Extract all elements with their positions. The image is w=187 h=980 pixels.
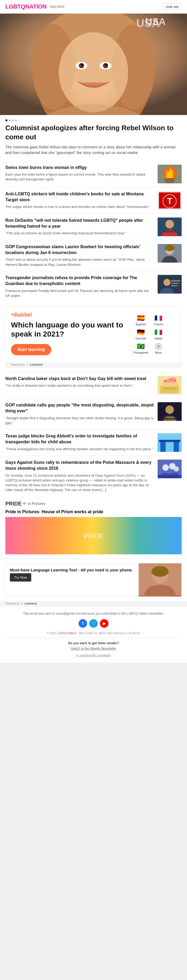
thumb-journalist-svg (158, 275, 182, 294)
article-thumb (158, 376, 182, 395)
svg-rect-30 (171, 283, 179, 284)
facebook-icon[interactable]: f (78, 619, 87, 628)
bottom-ad-cta-button[interactable]: Try Now (10, 573, 31, 582)
article-item[interactable]: Anti-LGBTQ stickers left inside children… (5, 187, 182, 214)
bottom-powered-brand: ⚡ LiveIntent (21, 602, 37, 605)
article-item[interactable]: GOP candidate calls gay people "the most… (5, 398, 182, 430)
powered-brand: ⚡ LiveIntent (26, 363, 43, 366)
babbel-ad: +Babbel Which language do you want to sp… (5, 306, 182, 368)
lang-french: 🇫🇷 French (151, 314, 166, 326)
article-desc: The vulgar sticker shows a man in a dres… (5, 204, 154, 209)
dot-2 (8, 119, 11, 121)
twitter-icon[interactable]: 🐦 (89, 619, 98, 628)
article-desc: "Straight dudes find it disgusting whene… (5, 416, 154, 425)
article-title[interactable]: Swiss town burns trans woman in effigy (5, 165, 154, 170)
svg-point-28 (163, 279, 171, 286)
pride-logo-text: PRIDE (5, 501, 22, 507)
article-item[interactable]: Texas judge blocks Greg Abbott's order t… (5, 430, 182, 456)
flag-germany: 🇩🇪 (137, 329, 145, 336)
article-title[interactable]: GOP Congresswoman slams Lauren Boebert f… (5, 244, 154, 256)
ad-powered-by: Powered by ⚡ LiveIntent (6, 362, 181, 367)
article-title[interactable]: Anti-LGBTQ stickers left inside children… (5, 191, 154, 203)
hero-dots (5, 119, 182, 121)
article-title[interactable]: Texas judge blocks Greg Abbott's order t… (5, 433, 154, 445)
lang-name-french: French (154, 323, 163, 326)
article-text: GOP Congresswoman slams Lauren Boebert f… (5, 244, 154, 267)
logo-nation: NATION (26, 3, 47, 10)
svg-rect-48 (159, 440, 180, 442)
article-title[interactable]: Ron DeSantis "will not tolerate hatred t… (5, 218, 154, 229)
article-item[interactable]: Ron DeSantis "will not tolerate hatred t… (5, 214, 182, 240)
youtube-icon[interactable]: ▶ (100, 619, 109, 628)
weekly-newsletter-link[interactable]: Switch to the Weekly Newsletter (5, 647, 182, 651)
article-title[interactable]: GOP candidate calls gay people "the most… (5, 402, 154, 414)
thumb-judge-svg (158, 433, 182, 452)
header-tagline: Daily Brief (50, 5, 64, 8)
pride-article-title[interactable]: Pride in Pictures: House of Prism works … (5, 509, 182, 514)
svg-point-8 (79, 63, 84, 68)
bottom-ad-text: Must-have Language Learning Tool - All y… (6, 563, 139, 597)
svg-point-36 (170, 379, 172, 380)
article-thumb: JARRIN JACKSON (158, 402, 182, 421)
svg-point-26 (165, 245, 174, 251)
ad-cta-button[interactable]: Start learning (11, 344, 51, 355)
ad-text-side: +Babbel Which language do you want to sp… (11, 312, 133, 355)
article-text: Ron DeSantis "will not tolerate hatred t… (5, 218, 154, 236)
ad-title: Which language do you want to speak in 2… (11, 321, 133, 339)
article-item[interactable]: North Carolina baker claps back at Don't… (5, 372, 182, 398)
article-desc: "Don't ask us about security if you're t… (5, 257, 154, 267)
article-item[interactable]: Gays Against Guns rally in remembrance o… (5, 456, 182, 496)
article-thumb (158, 165, 182, 183)
pride-in-pictures-label: in Pictures (28, 501, 45, 506)
article-item[interactable]: Swiss town burns trans woman in effigy E… (5, 161, 182, 187)
article-title[interactable]: North Carolina baker claps back at Don't… (5, 376, 154, 382)
visit-site-link[interactable]: Visit site (163, 3, 182, 10)
article-text: Anti-LGBTQ stickers left inside children… (5, 191, 154, 210)
article-item[interactable]: Transgender journalists refuse to provid… (5, 271, 182, 302)
flag-france: 🇫🇷 (154, 314, 162, 322)
article-text: GOP candidate calls gay people "the most… (5, 402, 154, 425)
svg-rect-31 (171, 285, 177, 286)
svg-rect-47 (174, 441, 179, 452)
ad-content-row: +Babbel Which language do you want to sp… (11, 312, 176, 357)
article-title[interactable]: Transgender journalists refuse to provid… (5, 275, 154, 287)
svg-rect-29 (171, 280, 180, 282)
svg-point-10 (81, 64, 83, 66)
flag-brazil: 🇧🇷 (137, 343, 145, 350)
article-desc: Freelance journalists Freddy McConnell a… (5, 288, 154, 298)
article-title[interactable]: Gays Against Guns rally in remembrance o… (5, 460, 154, 472)
header-logo-area: LGBTQNATION Daily Brief (5, 3, 64, 10)
svg-rect-38 (163, 388, 176, 390)
pride-header: PRIDE ♥ in Pictures (5, 501, 182, 507)
article-thumb (158, 460, 182, 478)
svg-point-37 (174, 380, 176, 381)
article-desc: Each year the town burns a figure based … (5, 172, 154, 182)
pride-logo-area: PRIDE ♥ (5, 501, 26, 507)
dot-4 (15, 119, 17, 121)
powered-text: Powered by (11, 363, 25, 366)
thumb-jarrin-svg: JARRIN JACKSON (158, 402, 182, 421)
page-container: LGBTQNATION Daily Brief Visit site (0, 0, 187, 663)
svg-point-50 (162, 465, 169, 471)
pride-image: PRIDE (5, 517, 182, 554)
article-text: Texas judge blocks Greg Abbott's order t… (5, 433, 154, 452)
header: LGBTQNATION Daily Brief Visit site (0, 0, 187, 14)
dot-1 (5, 119, 8, 121)
hero-title[interactable]: Columnist apologizes after forcing Rebel… (5, 124, 182, 142)
flag-italy: 🇮🇹 (154, 329, 162, 336)
hero-section: USA Columnist apologizes after forcing R… (0, 14, 187, 161)
lgbtq-nation-link[interactable]: LGBTQ Nation (57, 632, 77, 635)
footer-copyright: © 2022 LGBTQ Nation · 584 Castro St. #62… (5, 632, 182, 635)
lang-more[interactable]: + More (151, 343, 166, 354)
ad-inner: +Babbel Which language do you want to sp… (6, 306, 181, 362)
article-thumb (158, 275, 182, 294)
article-desc: "I'm really in disbelief and I really wa… (5, 383, 154, 388)
article-text: Swiss town burns trans woman in effigy E… (5, 165, 154, 182)
unsubscribe-link[interactable]: or, unsubscribe completely (76, 654, 111, 657)
copyright-text: © 2022 (47, 632, 58, 635)
article-desc: "These investigations into loving and af… (5, 447, 154, 452)
svg-rect-23 (163, 230, 176, 232)
flag-spain: 🇪🇸 (137, 314, 145, 322)
svg-text:USA: USA (136, 17, 160, 29)
article-item[interactable]: GOP Congresswoman slams Lauren Boebert f… (5, 240, 182, 271)
